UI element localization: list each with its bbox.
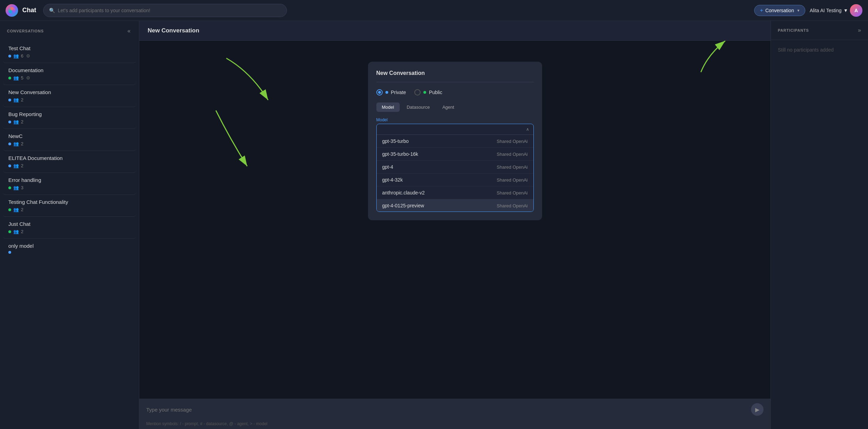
conversation-meta: 👥3 xyxy=(8,185,131,190)
conversation-item[interactable]: NewC 👥2 xyxy=(3,129,136,151)
participant-count: 2 xyxy=(21,97,23,102)
conversation-item[interactable]: Bug Reporting 👥2 xyxy=(3,107,136,129)
new-conversation-label: Conversation xyxy=(765,8,794,13)
search-bar: 🔍 xyxy=(43,4,287,17)
user-profile[interactable]: Alita AI Testing ▾ A xyxy=(810,4,862,17)
participants-title: PARTICIPANTS xyxy=(778,28,809,32)
status-dot xyxy=(8,164,11,167)
tab-datasource[interactable]: Datasource xyxy=(401,102,435,112)
conversation-item[interactable]: only model xyxy=(3,239,136,258)
right-panel-expand-button[interactable]: » xyxy=(858,27,861,33)
model-provider: Shared OpenAi xyxy=(497,177,528,183)
dropdown-arrow-icon: ▾ xyxy=(797,8,799,13)
settings-icon[interactable]: ⚙ xyxy=(26,75,30,81)
status-dot xyxy=(8,77,11,79)
chat-input-container: ▶ Mention symbols: / - prompt, # - datas… xyxy=(139,399,771,429)
model-list: gpt-35-turbo Shared OpenAi gpt-35-turbo-… xyxy=(377,135,533,212)
public-label: Public xyxy=(429,90,442,95)
conversation-item[interactable]: Just Chat 👥2 xyxy=(3,217,136,239)
center-panel: New Conversation New Conversation P xyxy=(139,21,771,429)
settings-icon[interactable]: ⚙ xyxy=(26,53,30,59)
app-logo xyxy=(6,4,18,17)
conversation-name: Error handling xyxy=(8,177,131,183)
conversation-name: only model xyxy=(8,243,131,249)
model-provider: Shared OpenAi xyxy=(497,152,528,157)
participants-icon: 👥 xyxy=(13,97,19,102)
model-name: gpt-35-turbo-16k xyxy=(382,151,419,157)
tab-model[interactable]: Model xyxy=(376,102,400,112)
private-label: Private xyxy=(391,90,406,95)
sidebar-title: CONVERSATIONS xyxy=(7,29,44,33)
user-chevron-icon: ▾ xyxy=(844,7,847,14)
public-radio-option[interactable]: Public xyxy=(414,89,442,95)
model-dropdown[interactable]: ∧ gpt-35-turbo Shared OpenAi gpt-35-turb… xyxy=(376,124,534,212)
sidebar-collapse-button[interactable]: « xyxy=(126,26,132,36)
conversation-meta xyxy=(8,251,131,254)
sidebar-header: CONVERSATIONS « xyxy=(0,21,139,41)
participant-count: 5 xyxy=(21,75,23,81)
private-radio-option[interactable]: Private xyxy=(376,89,406,95)
conversation-item[interactable]: ELITEA Documentation 👥2 xyxy=(3,151,136,173)
right-panel: PARTICIPANTS » Still no participants add… xyxy=(771,21,868,429)
model-provider: Shared OpenAi xyxy=(497,190,528,196)
participant-count: 6 xyxy=(21,53,23,59)
avatar-initials: A xyxy=(854,8,858,13)
center-content: New Conversation Private xyxy=(139,41,771,399)
participants-icon: 👥 xyxy=(13,141,19,146)
model-name: anthropic.claude-v2 xyxy=(382,190,425,196)
status-dot xyxy=(8,121,11,123)
new-conversation-button[interactable]: + Conversation ▾ xyxy=(754,5,806,16)
conversation-name: Testing Chat Functionality xyxy=(8,199,131,205)
chat-hint: Mention symbols: / - prompt, # - datasou… xyxy=(139,420,771,429)
status-dot xyxy=(8,251,11,254)
status-dot xyxy=(8,186,11,189)
conversation-meta: 👥2 xyxy=(8,163,131,168)
right-panel-header: PARTICIPANTS » xyxy=(771,21,868,40)
model-field-label: Model xyxy=(376,117,534,122)
plus-icon: + xyxy=(760,7,763,14)
sidebar: CONVERSATIONS « Test Chat 👥6 ⚙ Documenta… xyxy=(0,21,139,429)
dialog-backdrop: New Conversation Private xyxy=(139,41,771,399)
conversation-name: New Conversation xyxy=(8,89,131,95)
center-panel-title: New Conversation xyxy=(148,27,199,34)
status-dot xyxy=(8,230,11,233)
conversation-item[interactable]: Test Chat 👥6 ⚙ xyxy=(3,41,136,63)
chat-input[interactable] xyxy=(146,407,747,413)
participant-count: 2 xyxy=(21,163,23,168)
search-input[interactable] xyxy=(58,8,281,13)
sidebar-list: Test Chat 👥6 ⚙ Documentation 👥5 ⚙ New Co… xyxy=(0,41,139,429)
model-item[interactable]: anthropic.claude-v2 Shared OpenAi xyxy=(377,186,533,199)
chat-input-area: ▶ xyxy=(139,399,771,420)
conversation-name: Test Chat xyxy=(8,45,131,51)
model-item[interactable]: gpt-35-turbo Shared OpenAi xyxy=(377,135,533,148)
tab-agent[interactable]: Agent xyxy=(437,102,460,112)
conversation-meta: 👥6 ⚙ xyxy=(8,53,131,59)
conversation-item[interactable]: Documentation 👥5 ⚙ xyxy=(3,63,136,85)
app-logo-inner xyxy=(8,7,15,14)
model-item[interactable]: gpt-4-0125-preview Shared OpenAi xyxy=(377,199,533,212)
status-dot xyxy=(8,143,11,145)
app-title: Chat xyxy=(22,7,36,14)
model-item[interactable]: gpt-4-32k Shared OpenAi xyxy=(377,174,533,186)
model-item[interactable]: gpt-35-turbo-16k Shared OpenAi xyxy=(377,148,533,161)
conversation-item[interactable]: New Conversation 👥2 xyxy=(3,85,136,107)
search-icon: 🔍 xyxy=(49,8,55,13)
conversation-item[interactable]: Testing Chat Functionality 👥2 xyxy=(3,195,136,217)
private-radio-button[interactable] xyxy=(376,89,383,95)
participants-icon: 👥 xyxy=(13,207,19,212)
participant-count: 2 xyxy=(21,119,23,124)
participants-icon: 👥 xyxy=(13,53,19,59)
status-dot xyxy=(8,55,11,58)
user-name: Alita AI Testing xyxy=(810,8,842,13)
conversation-item[interactable]: Error handling 👥3 xyxy=(3,173,136,195)
participants-icon: 👥 xyxy=(13,75,19,81)
model-provider: Shared OpenAi xyxy=(497,139,528,144)
public-radio-button[interactable] xyxy=(414,89,421,95)
model-dropdown-header[interactable]: ∧ xyxy=(377,124,533,135)
model-item[interactable]: gpt-4 Shared OpenAi xyxy=(377,161,533,174)
main-layout: CONVERSATIONS « Test Chat 👥6 ⚙ Documenta… xyxy=(0,21,868,429)
conversation-name: NewC xyxy=(8,133,131,139)
model-provider: Shared OpenAi xyxy=(497,203,528,208)
model-provider: Shared OpenAi xyxy=(497,164,528,170)
send-button[interactable]: ▶ xyxy=(751,403,764,416)
